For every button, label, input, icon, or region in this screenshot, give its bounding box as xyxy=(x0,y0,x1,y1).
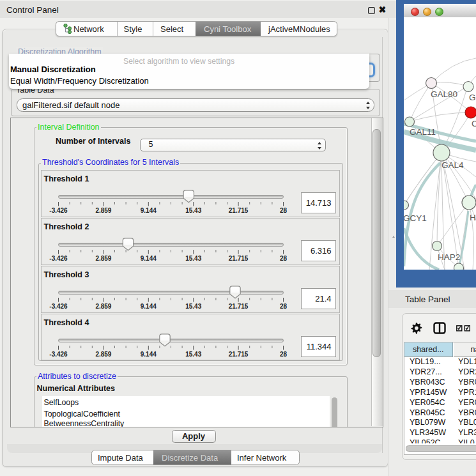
svg-text:28: 28 xyxy=(280,351,288,358)
svg-text:GAL4: GAL4 xyxy=(441,160,464,170)
svg-text:-3.426: -3.426 xyxy=(49,351,68,358)
svg-text:15.43: 15.43 xyxy=(185,207,201,214)
svg-text:-3.426: -3.426 xyxy=(49,207,68,214)
svg-text:15.43: 15.43 xyxy=(185,351,201,358)
svg-text:21.715: 21.715 xyxy=(229,207,249,214)
svg-text:28: 28 xyxy=(280,255,288,262)
svg-text:GAL11: GAL11 xyxy=(410,127,436,137)
svg-text:HAP2: HAP2 xyxy=(438,252,460,262)
svg-text:21.715: 21.715 xyxy=(229,303,249,310)
svg-text:15.43: 15.43 xyxy=(185,255,201,262)
svg-text:28: 28 xyxy=(280,303,288,310)
svg-text:21.715: 21.715 xyxy=(229,255,249,262)
svg-text:-3.426: -3.426 xyxy=(49,255,68,262)
svg-text:21.715: 21.715 xyxy=(229,351,249,358)
svg-text:GCY1: GCY1 xyxy=(404,213,427,223)
svg-text:G.: G. xyxy=(469,93,476,102)
svg-text:H: H xyxy=(470,213,476,222)
svg-text:28: 28 xyxy=(280,207,288,214)
svg-text:GAL80: GAL80 xyxy=(431,89,457,99)
svg-text:2.859: 2.859 xyxy=(95,255,111,262)
svg-text:9.144: 9.144 xyxy=(141,207,157,214)
svg-text:9.144: 9.144 xyxy=(141,303,157,310)
svg-text:9.144: 9.144 xyxy=(141,255,157,262)
svg-text:2.859: 2.859 xyxy=(95,351,111,358)
svg-text:C: C xyxy=(472,119,476,128)
svg-text:2.859: 2.859 xyxy=(95,207,111,214)
svg-text:15.43: 15.43 xyxy=(185,303,201,310)
svg-text:-3.426: -3.426 xyxy=(49,303,68,310)
svg-text:9.144: 9.144 xyxy=(141,351,157,358)
svg-text:2.859: 2.859 xyxy=(95,303,111,310)
